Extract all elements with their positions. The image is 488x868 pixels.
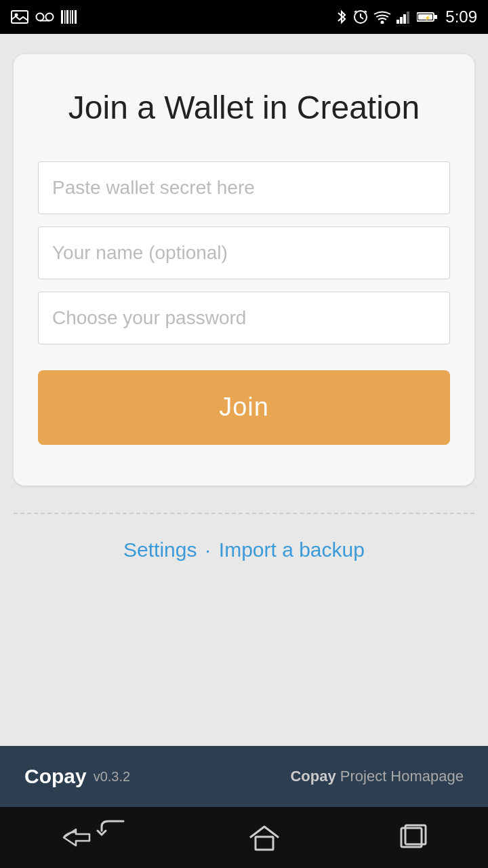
divider [14, 513, 474, 514]
nav-bar [0, 807, 488, 868]
svg-rect-7 [66, 10, 68, 24]
svg-rect-8 [70, 10, 71, 24]
footer-links-area: Settings · Import a backup [14, 513, 474, 561]
svg-point-14 [382, 22, 384, 24]
back-button[interactable] [60, 825, 130, 850]
brand-area: Copay v0.3.2 [24, 765, 130, 788]
import-backup-link[interactable]: Import a backup [219, 538, 365, 561]
homepage-suffix: Project Homapage [336, 768, 464, 785]
status-icons-left [11, 10, 77, 24]
homepage-text: Copay Project Homapage [290, 768, 464, 785]
brand-version: v0.3.2 [94, 769, 130, 785]
join-wallet-card: Join a Wallet in Creation Join [14, 54, 474, 486]
svg-point-3 [46, 14, 54, 21]
svg-rect-23 [256, 837, 273, 850]
password-input[interactable] [38, 292, 450, 344]
svg-rect-21 [434, 15, 437, 19]
status-time: 5:09 [445, 7, 477, 26]
homepage-brand: Copay [290, 768, 336, 785]
recents-button[interactable] [399, 824, 428, 851]
barcode-icon [61, 10, 77, 24]
svg-rect-6 [64, 10, 66, 24]
signal-icon [396, 10, 411, 24]
brand-name: Copay [24, 765, 87, 788]
wallet-secret-input[interactable] [38, 161, 450, 214]
recents-icon [399, 824, 428, 851]
svg-rect-10 [75, 10, 77, 24]
svg-rect-9 [72, 10, 73, 24]
photo-icon [11, 10, 28, 24]
main-content: Join a Wallet in Creation Join Settings … [0, 34, 488, 746]
separator-dot: · [205, 538, 210, 561]
svg-rect-5 [61, 10, 63, 24]
status-icons-right: ⚡ 5:09 [336, 7, 477, 26]
join-button[interactable]: Join [38, 370, 450, 445]
svg-rect-18 [407, 12, 409, 24]
wifi-icon [373, 10, 391, 24]
card-title: Join a Wallet in Creation [38, 88, 450, 127]
status-bar: ⚡ 5:09 [0, 0, 488, 34]
alarm-icon [353, 9, 368, 24]
svg-point-2 [37, 14, 44, 21]
home-icon [249, 824, 280, 851]
settings-link[interactable]: Settings [123, 538, 197, 561]
svg-rect-17 [403, 14, 406, 24]
battery-icon: ⚡ [417, 11, 437, 23]
svg-rect-15 [396, 20, 399, 24]
svg-rect-16 [400, 17, 403, 24]
voicemail-icon [35, 12, 54, 22]
your-name-input[interactable] [38, 226, 450, 279]
bottom-bar: Copay v0.3.2 Copay Project Homapage [0, 746, 488, 807]
svg-text:⚡: ⚡ [424, 14, 431, 21]
back-icon [60, 825, 95, 850]
home-button[interactable] [249, 824, 280, 851]
homepage-area: Copay Project Homapage [290, 768, 464, 785]
back-arrow-icon [95, 816, 130, 837]
footer-links: Settings · Import a backup [123, 538, 365, 561]
bluetooth-icon [336, 9, 348, 24]
